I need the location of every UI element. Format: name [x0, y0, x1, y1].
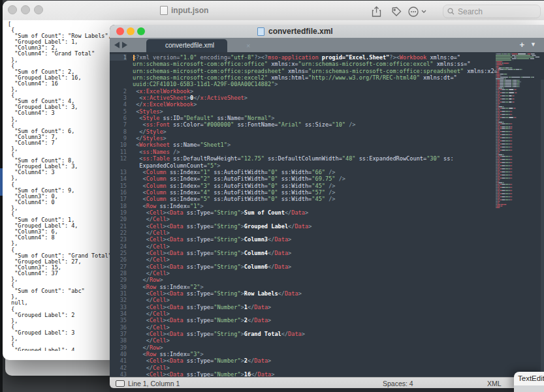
more-circle-icon[interactable]	[408, 6, 427, 18]
line-number: 42	[110, 365, 127, 371]
code-line: 16 <Column ss:Index="4" ss:AutoFitWidth=…	[110, 189, 496, 196]
line-number: 32	[110, 297, 127, 303]
line-number: 2	[110, 88, 127, 95]
code-line: 11 <ss:Names />	[110, 149, 496, 155]
tab-convertedfile-xml[interactable]: convertedfile.xml ×	[146, 39, 227, 52]
code-line: uuid:C2F41010-65B3-11d1-A29F-00AA00C1488…	[110, 81, 496, 87]
window-bottom-edge	[110, 388, 544, 392]
code-line: 20 </Cell>	[110, 216, 496, 222]
line-number: 12	[110, 155, 127, 162]
code-editor[interactable]: 1<?xml version="1.0" encoding="utf-8"?><…	[110, 52, 544, 377]
json-line: "Column4": 3	[8, 110, 112, 116]
line-number: 21	[110, 223, 127, 230]
code-line: 31 <Cell><Data ss:Type="String">Row Labe…	[110, 290, 496, 297]
code-line: 14 <Column ss:Index="2" ss:AutoFitWidth=…	[110, 175, 496, 182]
json-line: "Column4": 0	[8, 200, 112, 205]
code-line: 41 <Cell><Data ss:Type="Number">2</Data>	[110, 357, 496, 364]
json-line: },	[8, 318, 112, 324]
share-icon[interactable]	[371, 6, 382, 18]
code-line: 17 <Column ss:Index="5" ss:AutoFitWidth=…	[110, 196, 496, 202]
line-number: 11	[110, 149, 127, 155]
line-number: 14	[110, 175, 127, 182]
code-line: urn:schemas-microsoft-com:office:spreads…	[110, 68, 496, 74]
line-number: 40	[110, 351, 127, 357]
line-number: 28	[110, 270, 127, 277]
line-number: 3	[110, 95, 127, 101]
code-line: 9 </Styles>	[110, 135, 496, 142]
line-number: 35	[110, 317, 127, 324]
line-number: 15	[110, 183, 127, 189]
status-bar: Line 1, Column 1 Spaces: 4 XML	[110, 377, 544, 388]
json-line: },	[8, 277, 112, 282]
code-line: 7 <ss:Font ss:Color="#000000" ss:FontNam…	[110, 121, 496, 128]
zoom-button[interactable]	[137, 27, 145, 35]
textedit-toolbar-strip	[514, 385, 544, 392]
line-number: 29	[110, 277, 127, 283]
code-line: urn:schemas-microsoft-com:office:office"…	[110, 61, 496, 67]
tab-overflow-icon[interactable]: ▼	[530, 41, 536, 48]
json-line: "Grouped Label": 2	[8, 312, 112, 318]
document-icon	[160, 6, 168, 15]
code-line: 18 <Row ss:Index="1">	[110, 203, 496, 209]
window-title-text: input.json	[171, 6, 208, 15]
close-button[interactable]	[116, 27, 124, 35]
new-tab-icon[interactable]: +	[519, 40, 524, 50]
minimap[interactable]	[495, 53, 541, 217]
line-number: 25	[110, 250, 127, 256]
code-line: 29 </Row>	[110, 277, 496, 283]
json-line: "Sum of Count": "abc"	[8, 288, 112, 294]
json-line: [	[8, 22, 112, 27]
line-number: 8	[110, 128, 127, 135]
code-line: 38 </Cell>	[110, 337, 496, 344]
code-line: 34 </Cell>	[110, 310, 496, 317]
json-line: "Column4": 7	[8, 140, 112, 146]
code-line: 40 <Row ss:Index="3">	[110, 351, 496, 357]
code-line: 30 <Row ss:Index="2">	[110, 284, 496, 290]
tag-icon[interactable]	[391, 6, 402, 18]
json-line: },	[8, 336, 112, 342]
tab-label: convertedfile.xml	[165, 42, 214, 49]
status-cursor-position: Line 1, Column 1	[128, 380, 180, 387]
close-button[interactable]	[8, 5, 17, 14]
sidebar-toggle-icon[interactable]	[116, 380, 125, 387]
code-line: urn:schemas-microsoft-com:office:excel2"…	[110, 74, 496, 81]
code-line: 28 </Cell>	[110, 270, 496, 277]
titlebar[interactable]: convertedfile.xml	[110, 25, 544, 38]
search-placeholder: Search	[458, 7, 483, 16]
code-line: 27 <Cell><Data ss:Type="String">Column6<…	[110, 264, 496, 270]
minimize-button[interactable]	[21, 5, 30, 14]
code-line: 32 </Cell>	[110, 297, 496, 303]
nav-forward-icon[interactable]	[122, 42, 127, 48]
desktop: input.json Search [ { "Sum o	[0, 0, 544, 392]
json-line: "Column4": "Grand Total"	[8, 51, 112, 57]
titlebar[interactable]: input.json Search	[3, 1, 544, 20]
minimize-button[interactable]	[127, 27, 135, 35]
status-syntax[interactable]: XML	[487, 380, 502, 387]
code-line: ExpandedColumnCount="5">	[110, 162, 496, 169]
code-line: 21 <Cell><Data ss:Type="String">Grouped …	[110, 223, 496, 230]
code-line: 22 </Cell>	[110, 230, 496, 236]
line-number: 7	[110, 121, 127, 128]
line-number: 16	[110, 189, 127, 196]
json-line: },	[8, 57, 112, 63]
json-line: "Column4": 3	[8, 170, 112, 175]
code-line: 6 <Style ss:ID="Default" ss:Name="Normal…	[110, 115, 496, 121]
scrollbar-track[interactable]	[541, 80, 544, 377]
search-input[interactable]: Search	[443, 5, 541, 18]
line-number: 33	[110, 304, 127, 310]
json-document-text[interactable]: [ { "Sum of Count": "Row Labels", "Group…	[8, 22, 112, 351]
window-title-text: convertedfile.xml	[268, 27, 333, 36]
nav-back-icon[interactable]	[114, 42, 120, 48]
line-number: 6	[110, 115, 127, 121]
status-indent[interactable]: Spaces: 4	[383, 380, 413, 387]
zoom-button[interactable]	[34, 5, 43, 14]
line-number: 41	[110, 357, 127, 364]
json-line: },	[8, 175, 112, 181]
line-number: 24	[110, 243, 127, 250]
line-number: 23	[110, 236, 127, 243]
code-line: 13 <Column ss:Index="1" ss:AutoFitWidth=…	[110, 169, 496, 175]
code-line: 36 </Cell>	[110, 324, 496, 331]
textedit-window-corner[interactable]: TextEdit	[514, 372, 544, 392]
tab-close-icon[interactable]: ×	[246, 39, 250, 52]
line-number: 9	[110, 135, 127, 142]
